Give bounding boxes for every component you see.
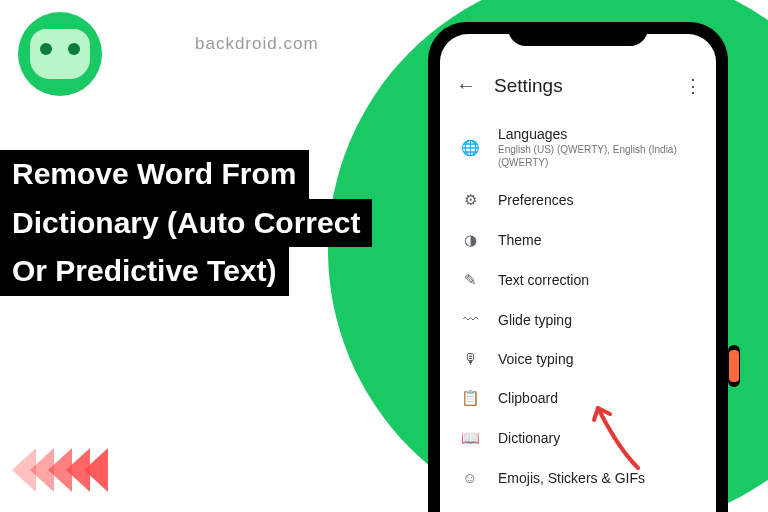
headline-text: Remove Word From Dictionary (Auto Correc…: [0, 150, 372, 296]
clipboard-icon: 📋: [456, 389, 484, 407]
setting-label: Theme: [498, 232, 700, 248]
setting-clipboard[interactable]: 📋 Clipboard: [446, 378, 710, 418]
page-title: Settings: [494, 75, 563, 97]
setting-label: Voice typing: [498, 351, 700, 367]
annotation-arrow-icon: [588, 398, 648, 482]
site-logo: [18, 12, 102, 96]
sliders-icon: ⚙: [456, 191, 484, 209]
phone-side-button-highlight: [729, 350, 739, 382]
pencil-icon: ✎: [456, 271, 484, 289]
headline-line-2: Dictionary (Auto Correct: [0, 199, 372, 248]
glide-icon: 〰: [456, 311, 484, 328]
chevron-left-icon: [84, 448, 108, 492]
setting-subtitle: English (US) (QWERTY), English (India) (…: [498, 143, 700, 169]
decorative-chevrons: [12, 448, 102, 492]
headline-line-3: Or Predictive Text): [0, 247, 289, 296]
setting-text-correction[interactable]: ✎ Text correction: [446, 260, 710, 300]
setting-languages[interactable]: 🌐 Languages English (US) (QWERTY), Engli…: [446, 115, 710, 180]
headline-line-1: Remove Word From: [0, 150, 309, 199]
globe-icon: 🌐: [456, 139, 484, 157]
microphone-icon: 🎙: [456, 350, 484, 367]
settings-header: ← Settings ⋮: [440, 64, 716, 115]
site-name: backdroid.com: [195, 34, 319, 54]
setting-emojis[interactable]: ☺ Emojis, Stickers & GIFs: [446, 458, 710, 497]
phone-frame: ← Settings ⋮ 🌐 Languages English (US) (Q…: [428, 22, 728, 512]
setting-dictionary[interactable]: 📖 Dictionary: [446, 418, 710, 458]
settings-list: 🌐 Languages English (US) (QWERTY), Engli…: [440, 115, 716, 497]
phone-screen: ← Settings ⋮ 🌐 Languages English (US) (Q…: [440, 34, 716, 512]
setting-label: Preferences: [498, 192, 700, 208]
setting-label: Glide typing: [498, 312, 700, 328]
setting-preferences[interactable]: ⚙ Preferences: [446, 180, 710, 220]
phone-notch: [508, 22, 648, 46]
setting-theme[interactable]: ◑ Theme: [446, 220, 710, 260]
theme-icon: ◑: [456, 231, 484, 249]
setting-voice-typing[interactable]: 🎙 Voice typing: [446, 339, 710, 378]
setting-label: Text correction: [498, 272, 700, 288]
emoji-icon: ☺: [456, 469, 484, 486]
setting-glide-typing[interactable]: 〰 Glide typing: [446, 300, 710, 339]
setting-label: Languages: [498, 126, 700, 142]
back-icon[interactable]: ←: [456, 74, 476, 97]
overflow-menu-icon[interactable]: ⋮: [684, 75, 700, 97]
book-icon: 📖: [456, 429, 484, 447]
